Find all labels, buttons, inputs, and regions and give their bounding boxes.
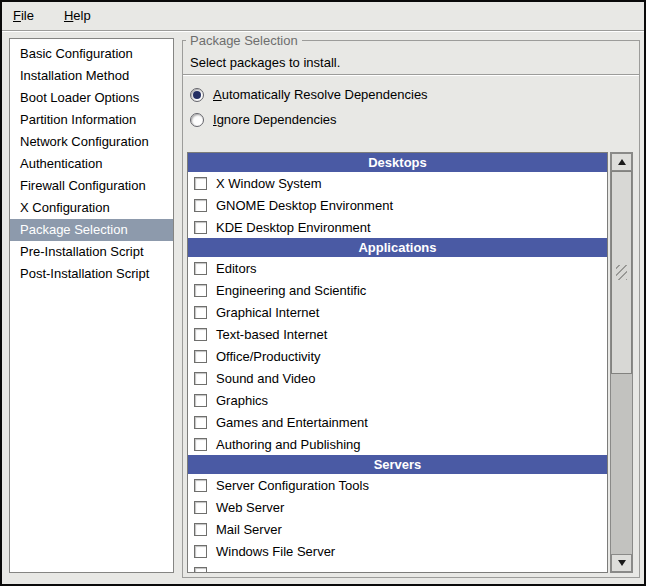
package-label: Graphical Internet	[216, 305, 319, 320]
package-row-office-productivity[interactable]: Office/Productivity	[188, 345, 607, 367]
package-label: Games and Entertainment	[216, 415, 368, 430]
scrollbar-thumb[interactable]	[611, 171, 632, 374]
sidebar-item-pre-installation-script[interactable]: Pre-Installation Script	[10, 241, 173, 263]
checkbox[interactable]	[194, 545, 207, 558]
package-label: Sound and Video	[216, 371, 316, 386]
section-header-applications: Applications	[188, 238, 607, 257]
package-label: GNOME Desktop Environment	[216, 198, 393, 213]
sidebar-item-network-configuration[interactable]: Network Configuration	[10, 131, 173, 153]
package-row-sound-and-video[interactable]: Sound and Video	[188, 367, 607, 389]
package-row-authoring-and-publishing[interactable]: Authoring and Publishing	[188, 433, 607, 455]
section-header-desktops: Desktops	[188, 153, 607, 172]
package-label: Windows File Server	[216, 544, 335, 559]
package-row-partial[interactable]	[188, 562, 607, 573]
sidebar-item-authentication[interactable]: Authentication	[10, 153, 173, 175]
package-label: X Window System	[216, 176, 321, 191]
dependency-radio-group: Automatically Resolve DependenciesIgnore…	[190, 82, 428, 132]
radio-option-automatically-resolve-dependencies[interactable]: Automatically Resolve Dependencies	[190, 82, 428, 107]
scroll-down-button[interactable]	[611, 554, 632, 572]
package-row-windows-file-server[interactable]: Windows File Server	[188, 540, 607, 562]
package-label: Authoring and Publishing	[216, 437, 361, 452]
menubar-separator	[2, 30, 644, 32]
checkbox[interactable]	[194, 284, 207, 297]
scrollbar-grip-icon	[616, 265, 627, 280]
checkbox[interactable]	[194, 394, 207, 407]
sidebar-item-basic-configuration[interactable]: Basic Configuration	[10, 43, 173, 65]
package-row-kde-desktop-environment[interactable]: KDE Desktop Environment	[188, 216, 607, 238]
menu-file[interactable]: File	[10, 6, 37, 25]
sidebar-item-x-configuration[interactable]: X Configuration	[10, 197, 173, 219]
sidebar-item-package-selection[interactable]: Package Selection	[10, 219, 173, 241]
radio-label: Automatically Resolve Dependencies	[213, 87, 428, 102]
checkbox[interactable]	[194, 523, 207, 536]
checkbox[interactable]	[194, 221, 207, 234]
checkbox[interactable]	[194, 350, 207, 363]
package-row-games-and-entertainment[interactable]: Games and Entertainment	[188, 411, 607, 433]
radio-label: Ignore Dependencies	[213, 112, 337, 127]
menu-help[interactable]: Help	[61, 6, 94, 25]
checkbox[interactable]	[194, 501, 207, 514]
package-label: Server Configuration Tools	[216, 478, 369, 493]
checkbox[interactable]	[194, 479, 207, 492]
checkbox[interactable]	[194, 199, 207, 212]
checkbox[interactable]	[194, 177, 207, 190]
sidebar-item-firewall-configuration[interactable]: Firewall Configuration	[10, 175, 173, 197]
package-list: DesktopsX Window SystemGNOME Desktop Env…	[187, 152, 608, 573]
package-row-engineering-and-scientific[interactable]: Engineering and Scientific	[188, 279, 607, 301]
package-row-graphical-internet[interactable]: Graphical Internet	[188, 301, 607, 323]
package-label: KDE Desktop Environment	[216, 220, 371, 235]
instruction-label: Select packages to install.	[190, 55, 340, 70]
package-label: Engineering and Scientific	[216, 283, 366, 298]
package-label: Web Server	[216, 500, 284, 515]
package-row-x-window-system[interactable]: X Window System	[188, 172, 607, 194]
checkbox[interactable]	[194, 416, 207, 429]
package-label: Graphics	[216, 393, 268, 408]
checkbox[interactable]	[194, 567, 207, 574]
package-row-graphics[interactable]: Graphics	[188, 389, 607, 411]
radio-button[interactable]	[190, 88, 204, 102]
package-row-text-based-internet[interactable]: Text-based Internet	[188, 323, 607, 345]
package-label: Text-based Internet	[216, 327, 327, 342]
sidebar-item-installation-method[interactable]: Installation Method	[10, 65, 173, 87]
frame-legend: Package Selection	[186, 33, 302, 48]
package-label: Office/Productivity	[216, 349, 321, 364]
radio-option-ignore-dependencies[interactable]: Ignore Dependencies	[190, 107, 428, 132]
package-label: Editors	[216, 261, 256, 276]
checkbox[interactable]	[194, 262, 207, 275]
sidebar-item-post-installation-script[interactable]: Post-Installation Script	[10, 263, 173, 285]
vertical-scrollbar[interactable]	[610, 152, 633, 573]
menu-bar: FileHelp	[2, 2, 644, 29]
scroll-up-icon	[618, 159, 626, 165]
checkbox[interactable]	[194, 306, 207, 319]
package-row-editors[interactable]: Editors	[188, 257, 607, 279]
checkbox[interactable]	[194, 328, 207, 341]
scroll-up-button[interactable]	[611, 153, 632, 171]
kickstart-configurator-window: { "menu": { "items": [ {"label": "File",…	[0, 0, 646, 586]
package-row-server-configuration-tools[interactable]: Server Configuration Tools	[188, 474, 607, 496]
checkbox[interactable]	[194, 372, 207, 385]
horizontal-separator	[183, 74, 639, 76]
package-label: Mail Server	[216, 522, 282, 537]
package-row-gnome-desktop-environment[interactable]: GNOME Desktop Environment	[188, 194, 607, 216]
config-section-list: Basic ConfigurationInstallation MethodBo…	[9, 38, 174, 573]
scroll-down-icon	[618, 560, 626, 566]
package-row-mail-server[interactable]: Mail Server	[188, 518, 607, 540]
section-header-servers: Servers	[188, 455, 607, 474]
radio-button[interactable]	[190, 113, 204, 127]
checkbox[interactable]	[194, 438, 207, 451]
sidebar-item-partition-information[interactable]: Partition Information	[10, 109, 173, 131]
package-row-web-server[interactable]: Web Server	[188, 496, 607, 518]
sidebar-item-boot-loader-options[interactable]: Boot Loader Options	[10, 87, 173, 109]
